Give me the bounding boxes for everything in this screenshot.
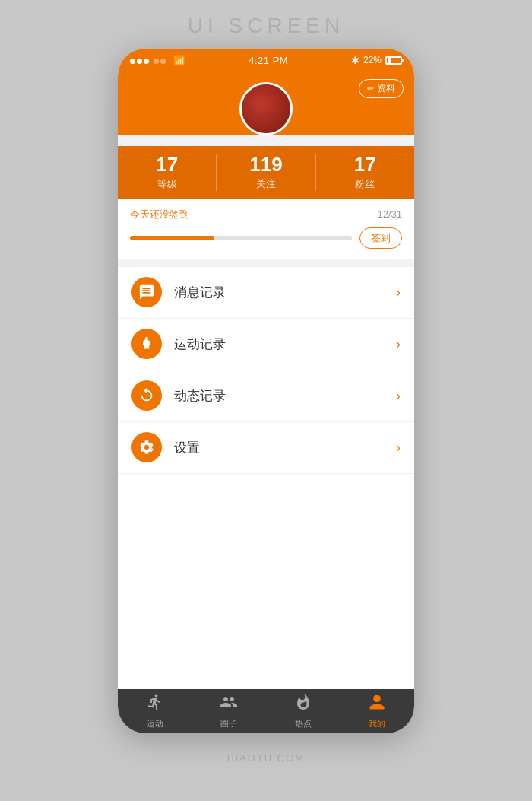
message-label: 消息记录 (174, 284, 396, 301)
edit-icon: ✏ (367, 84, 374, 94)
nav-circle-icon (220, 693, 238, 716)
progress-bar-bg (130, 236, 352, 240)
nav-item-sport[interactable]: 运动 (118, 689, 192, 733)
nav-circle-label: 圈子 (220, 718, 237, 729)
watermark: IBAOTU.COM (227, 733, 305, 783)
nav-item-circle[interactable]: 圈子 (192, 689, 267, 733)
settings-label: 设置 (174, 439, 396, 456)
phone-frame: 📶 4:21 PM ✱ 22% ✏ 资料 17 等级 119 关注 (118, 49, 414, 733)
battery-percent: 22% (363, 55, 382, 65)
wifi-icon: 📶 (173, 55, 185, 66)
nav-mine-label: 我的 (369, 718, 385, 729)
stat-following[interactable]: 119 关注 (217, 154, 315, 191)
menu-list: 消息记录 › 运动记录 › 动态记录 › (118, 267, 414, 689)
bluetooth-icon: ✱ (351, 55, 359, 66)
sport-icon (131, 329, 162, 359)
nav-item-hot[interactable]: 热点 (266, 689, 340, 733)
stats-row: 17 等级 119 关注 17 粉丝 (118, 146, 414, 199)
status-time: 4:21 PM (249, 55, 288, 66)
menu-item-dynamic[interactable]: 动态记录 › (118, 370, 414, 422)
profile-header: ✏ 资料 (118, 70, 414, 135)
sport-arrow-icon: › (396, 336, 401, 352)
stat-level[interactable]: 17 等级 (118, 154, 217, 191)
battery-icon (385, 56, 402, 65)
fans-value: 17 (354, 154, 376, 176)
checkin-top: 今天还没签到 12/31 (130, 208, 402, 221)
nav-sport-label: 运动 (147, 718, 163, 729)
checkin-section: 今天还没签到 12/31 签到 (118, 199, 414, 259)
status-left: 📶 (130, 53, 185, 67)
stat-fans[interactable]: 17 粉丝 (316, 154, 414, 191)
settings-icon (131, 432, 162, 462)
avatar-image (242, 84, 290, 133)
fans-label: 粉丝 (355, 177, 375, 191)
checkin-button[interactable]: 签到 (359, 227, 402, 249)
nav-hot-icon (294, 693, 312, 716)
section-divider (118, 259, 414, 267)
sport-label: 运动记录 (174, 335, 396, 353)
message-icon (131, 277, 162, 307)
dynamic-icon (131, 380, 162, 411)
status-bar: 📶 4:21 PM ✱ 22% (118, 49, 414, 70)
status-right: ✱ 22% (351, 55, 402, 66)
edit-btn-label: 资料 (377, 82, 395, 95)
edit-profile-button[interactable]: ✏ 资料 (359, 79, 404, 98)
dynamic-label: 动态记录 (174, 387, 396, 405)
nav-mine-icon (368, 693, 386, 716)
menu-item-sport[interactable]: 运动记录 › (118, 319, 414, 370)
nav-sport-icon (146, 693, 164, 716)
checkin-tip: 今天还没签到 (130, 208, 189, 221)
status-dots (130, 53, 167, 67)
avatar (239, 82, 293, 135)
progress-bar-fill (130, 236, 214, 240)
menu-item-settings[interactable]: 设置 › (118, 422, 414, 474)
checkin-count: 12/31 (377, 208, 402, 220)
page-title: UI SCREEN (188, 14, 344, 38)
nav-hot-label: 热点 (295, 718, 312, 729)
following-value: 119 (249, 154, 282, 176)
bottom-nav: 运动 圈子 热点 我的 (118, 689, 414, 733)
nav-item-mine[interactable]: 我的 (340, 689, 415, 733)
level-label: 等级 (157, 177, 177, 191)
menu-item-message[interactable]: 消息记录 › (118, 267, 414, 319)
message-arrow-icon: › (396, 284, 401, 300)
following-label: 关注 (256, 177, 276, 191)
dynamic-arrow-icon: › (396, 388, 401, 404)
progress-container: 签到 (130, 227, 402, 249)
level-value: 17 (156, 154, 178, 176)
settings-arrow-icon: › (396, 440, 401, 456)
